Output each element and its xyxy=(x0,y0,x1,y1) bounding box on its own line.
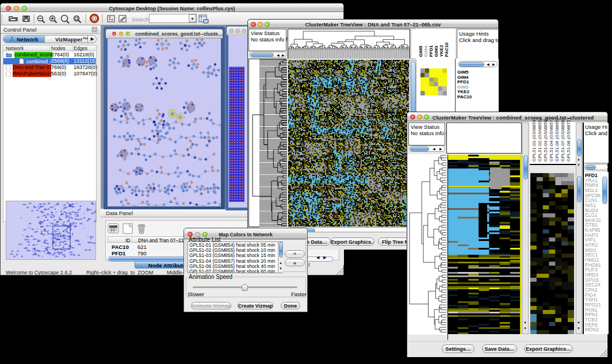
svg-text:YKE2: YKE2 xyxy=(439,45,444,57)
svg-text:GPL51-02 (GSM855): GPL51-02 (GSM855) xyxy=(537,118,542,162)
svg-text:GIM4: GIM4 xyxy=(423,45,429,57)
svg-text:GPL51-06 (GSM865): GPL51-06 (GSM865) xyxy=(554,118,560,162)
svg-text:GPL51-04 (GSM857): GPL51-04 (GSM857) xyxy=(549,118,554,162)
svg-text:GPL51-03 (GSM856): GPL51-03 (GSM856) xyxy=(543,118,548,162)
svg-text:GPL51-08 (GSM872): GPL51-08 (GSM872) xyxy=(566,118,571,162)
svg-text:GPL51-01 (GSM854): GPL51-01 (GSM854) xyxy=(531,118,537,162)
svg-text:PFD1: PFD1 xyxy=(429,45,434,57)
svg-text:PAC10: PAC10 xyxy=(444,42,449,57)
svg-text:GIM5: GIM5 xyxy=(418,45,423,57)
svg-text:GIM3: GIM3 xyxy=(434,45,439,57)
svg-text:GPL51-07 (GSM868): GPL51-07 (GSM868) xyxy=(560,118,565,162)
